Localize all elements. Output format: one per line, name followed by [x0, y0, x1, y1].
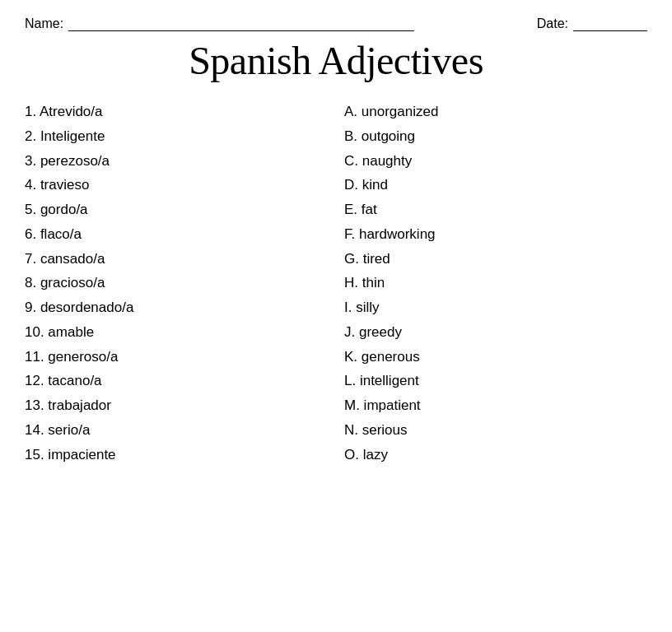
- list-item: 11. generoso/a: [25, 345, 320, 369]
- name-label: Name:: [25, 16, 63, 31]
- date-underline: [573, 15, 647, 31]
- right-column: A. unorganizedB. outgoingC. naughtyD. ki…: [336, 100, 647, 467]
- list-item: 6. flaco/a: [25, 222, 320, 247]
- left-column: 1. Atrevido/a2. Inteligente3. perezoso/a…: [25, 100, 336, 467]
- list-item: B. outgoing: [344, 124, 647, 149]
- list-item: C. naughty: [344, 149, 647, 174]
- list-item: 2. Inteligente: [25, 124, 320, 149]
- list-item: 5. gordo/a: [25, 198, 320, 222]
- header-row: Name: Date:: [25, 15, 647, 31]
- list-item: 9. desordenado/a: [25, 295, 320, 320]
- date-field: Date:: [537, 15, 647, 31]
- list-item: F. hardworking: [344, 222, 647, 247]
- name-field: Name:: [25, 15, 414, 31]
- list-item: 8. gracioso/a: [25, 271, 320, 295]
- list-item: 3. perezoso/a: [25, 149, 320, 174]
- list-item: K. generous: [344, 345, 647, 369]
- list-item: I. silly: [344, 295, 647, 320]
- list-item: O. lazy: [344, 443, 647, 467]
- list-item: H. thin: [344, 271, 647, 295]
- list-item: 10. amable: [25, 320, 320, 345]
- list-item: D. kind: [344, 173, 647, 198]
- list-item: M. impatient: [344, 393, 647, 418]
- list-item: 7. cansado/a: [25, 247, 320, 272]
- list-item: 15. impaciente: [25, 443, 320, 467]
- page-title: Spanish Adjectives: [25, 38, 647, 83]
- list-item: 14. serio/a: [25, 418, 320, 443]
- date-label: Date:: [537, 16, 568, 31]
- list-item: 1. Atrevido/a: [25, 100, 320, 124]
- list-item: L. intelligent: [344, 369, 647, 393]
- content-area: 1. Atrevido/a2. Inteligente3. perezoso/a…: [25, 100, 647, 467]
- list-item: G. tired: [344, 247, 647, 272]
- list-item: N. serious: [344, 418, 647, 443]
- list-item: 12. tacano/a: [25, 369, 320, 393]
- list-item: 4. travieso: [25, 173, 320, 198]
- list-item: 13. trabajador: [25, 393, 320, 418]
- name-underline: [68, 15, 414, 31]
- list-item: E. fat: [344, 198, 647, 222]
- list-item: A. unorganized: [344, 100, 647, 124]
- list-item: J. greedy: [344, 320, 647, 345]
